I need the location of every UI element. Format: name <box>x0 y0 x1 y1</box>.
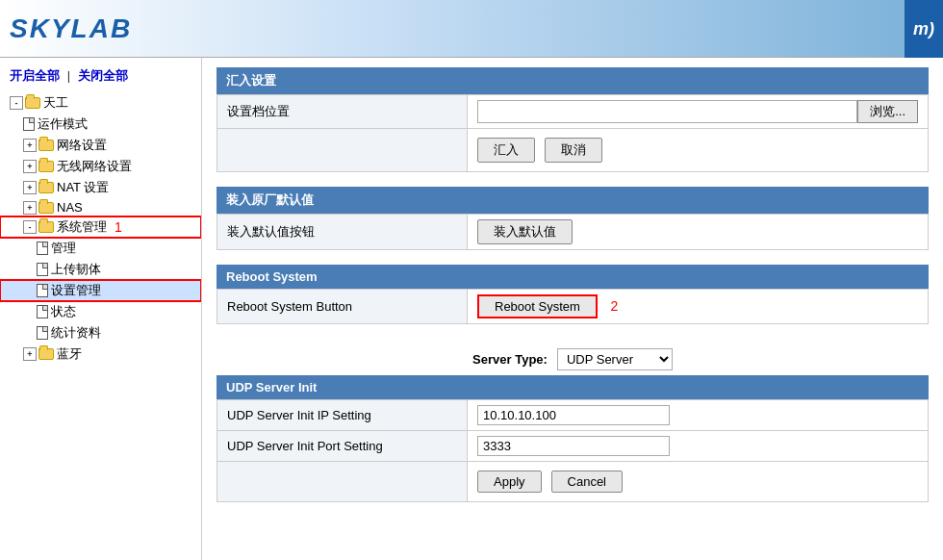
sidebar-label: 上传韧体 <box>51 261 101 278</box>
empty-cell <box>217 129 468 172</box>
folder-icon <box>38 182 54 193</box>
server-type-row: Server Type: UDP Server TCP Server <box>217 339 929 375</box>
folder-icon <box>38 221 54 233</box>
folder-icon <box>38 348 54 360</box>
logo-lab: LAB <box>71 13 133 43</box>
apply-button[interactable]: Apply <box>477 471 542 493</box>
doc-icon <box>37 242 48 255</box>
sidebar-label: 状态 <box>51 303 76 320</box>
sidebar-item-nas[interactable]: + NAS <box>0 198 201 216</box>
sidebar-label: 统计资料 <box>51 324 101 342</box>
udp-ip-cell <box>468 400 929 431</box>
sidebar-label: 管理 <box>51 240 76 257</box>
folder-icon <box>38 202 54 214</box>
header-corner: m) <box>905 0 943 58</box>
reboot-button[interactable]: Reboot System <box>477 294 598 318</box>
doc-icon <box>37 326 48 340</box>
sidebar-top-links: 开启全部 | 关闭全部 <box>0 63 201 92</box>
empty-cell <box>217 462 468 502</box>
close-all-link[interactable]: 关闭全部 <box>78 68 128 83</box>
import-cancel-button[interactable]: 取消 <box>545 138 602 163</box>
sidebar-label: NAT 设置 <box>57 179 109 196</box>
reboot-button-cell: Reboot System 2 <box>468 290 929 324</box>
sidebar-item-nat[interactable]: + NAT 设置 <box>0 177 201 198</box>
sidebar-item-bluetooth[interactable]: + 蓝牙 <box>0 344 201 365</box>
separator: | <box>67 68 70 83</box>
annotation-1: 1 <box>115 219 122 235</box>
annotation-2: 2 <box>611 298 619 314</box>
sidebar: 开启全部 | 关闭全部 - 天工 运作模式 + 网络设置 + 无线网络设置 + <box>0 58 202 560</box>
factory-table: 装入默认值按钮 装入默认值 <box>217 214 929 250</box>
folder-icon <box>38 161 54 172</box>
import-buttons-cell: 汇入 取消 <box>468 129 929 172</box>
sidebar-label: 系统管理 <box>57 218 107 236</box>
expand-icon[interactable]: + <box>23 347 37 361</box>
header: SKYLAB m) <box>0 0 943 58</box>
table-row: UDP Server Init IP Setting <box>217 400 929 431</box>
content-area: 汇入设置 设置档位置 浏览... 汇入 取消 <box>202 58 943 560</box>
table-row: UDP Server Init Port Setting <box>217 431 929 462</box>
sidebar-item-config-mgmt[interactable]: 设置管理 <box>0 280 201 301</box>
sidebar-label: 蓝牙 <box>57 345 82 363</box>
sidebar-item-network[interactable]: + 网络设置 <box>0 135 201 156</box>
server-type-label: Server Type: <box>472 352 548 367</box>
sidebar-label: NAS <box>57 200 83 215</box>
expand-icon[interactable]: + <box>23 201 37 215</box>
factory-label: 装入默认值按钮 <box>217 215 468 250</box>
factory-default-button[interactable]: 装入默认值 <box>477 219 573 244</box>
sidebar-label: 无线网络设置 <box>57 158 132 175</box>
sidebar-item-manage[interactable]: 管理 <box>0 238 201 259</box>
sidebar-item-sysmgmt[interactable]: - 系统管理 1 <box>0 216 201 238</box>
cancel-button[interactable]: Cancel <box>551 471 623 493</box>
sidebar-label: 网络设置 <box>57 137 107 154</box>
udp-port-label: UDP Server Init Port Setting <box>217 431 468 462</box>
folder-icon <box>38 140 54 151</box>
browse-row: 浏览... <box>477 100 918 123</box>
server-type-select[interactable]: UDP Server TCP Server <box>557 348 673 370</box>
import-button[interactable]: 汇入 <box>477 138 535 163</box>
expand-icon[interactable]: - <box>10 96 23 110</box>
sidebar-label: 设置管理 <box>51 282 101 299</box>
reboot-label: Reboot System Button <box>217 290 468 324</box>
table-row: Apply Cancel <box>217 462 929 502</box>
file-location-input[interactable] <box>477 100 857 123</box>
reboot-section-header: Reboot System <box>217 265 929 289</box>
import-section-header: 汇入设置 <box>217 67 929 94</box>
sidebar-label: 运作模式 <box>38 115 88 133</box>
table-row: 设置档位置 浏览... <box>217 95 929 129</box>
sidebar-item-wireless[interactable]: + 无线网络设置 <box>0 156 201 177</box>
factory-button-cell: 装入默认值 <box>468 215 929 250</box>
doc-icon <box>37 305 48 318</box>
expand-icon[interactable]: - <box>23 220 37 234</box>
expand-icon[interactable]: + <box>23 139 37 152</box>
sidebar-item-tiangong[interactable]: - 天工 <box>0 92 201 114</box>
browse-button[interactable]: 浏览... <box>857 100 918 123</box>
table-row: 汇入 取消 <box>217 129 929 172</box>
main-layout: 开启全部 | 关闭全部 - 天工 运作模式 + 网络设置 + 无线网络设置 + <box>0 58 943 560</box>
folder-icon <box>25 97 40 109</box>
reboot-table: Reboot System Button Reboot System 2 <box>217 289 929 324</box>
udp-table: UDP Server Init IP Setting UDP Server In… <box>217 399 929 502</box>
expand-icon[interactable]: + <box>23 160 37 173</box>
open-all-link[interactable]: 开启全部 <box>10 68 60 83</box>
table-row: Reboot System Button Reboot System 2 <box>217 290 929 324</box>
doc-icon <box>37 263 48 276</box>
logo: SKYLAB <box>10 13 132 44</box>
sidebar-item-stats[interactable]: 统计资料 <box>0 322 201 344</box>
sidebar-item-yunzuo[interactable]: 运作模式 <box>0 114 201 135</box>
expand-icon[interactable]: + <box>23 181 37 194</box>
factory-section-header: 装入原厂默认值 <box>217 187 929 214</box>
udp-port-input[interactable] <box>477 436 670 456</box>
sidebar-item-status[interactable]: 状态 <box>0 301 201 322</box>
doc-icon <box>37 284 48 297</box>
sidebar-item-upload[interactable]: 上传韧体 <box>0 259 201 280</box>
udp-section-header: UDP Server Init <box>217 375 929 399</box>
logo-sky: SKY <box>10 13 71 43</box>
file-location-cell: 浏览... <box>468 95 929 129</box>
sidebar-label: 天工 <box>43 94 68 112</box>
doc-icon <box>23 117 35 131</box>
table-row: 装入默认值按钮 装入默认值 <box>217 215 929 250</box>
udp-ip-input[interactable] <box>477 405 670 425</box>
import-table: 设置档位置 浏览... 汇入 取消 <box>217 94 929 172</box>
file-location-label: 设置档位置 <box>217 95 468 129</box>
